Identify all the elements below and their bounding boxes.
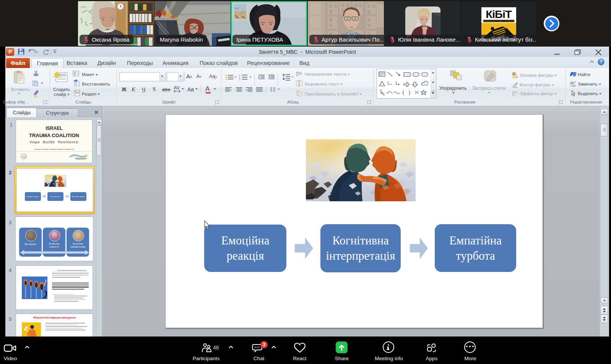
svg-text:КіБіТ: КіБіТ xyxy=(486,8,512,20)
svg-text:ac: ac xyxy=(572,84,576,87)
svg-text:КИЇВСЬКИЙ ІНСТИТУТ БІЗНЕСУ ТА: КИЇВСЬКИЙ ІНСТИТУТ БІЗНЕСУ ТА ТЕХНОЛОГІЙ xyxy=(481,20,517,22)
svg-text:ITC: ITC xyxy=(22,156,26,158)
svg-text:3: 3 xyxy=(239,79,240,81)
svg-text:А: А xyxy=(299,71,302,76)
